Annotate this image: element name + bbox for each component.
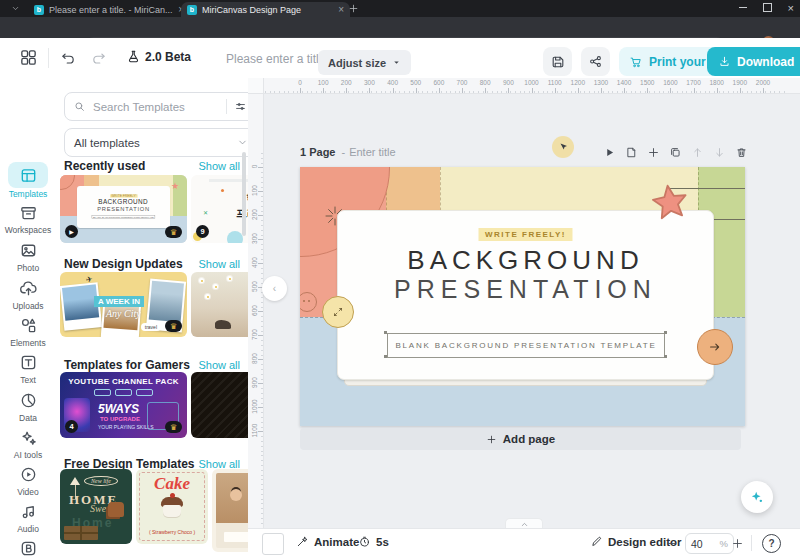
templates-icon bbox=[19, 166, 38, 185]
bottombar-collapse-tab[interactable] bbox=[505, 518, 543, 528]
search-icon bbox=[73, 100, 86, 113]
template-thumbnail-cake[interactable]: Cake ( Strawberry Choco ) bbox=[136, 469, 208, 544]
design-title-input[interactable]: Please enter a title. bbox=[226, 52, 329, 66]
show-all-link[interactable]: Show all bbox=[198, 160, 240, 172]
template-thumbnail-home-sweet-home[interactable]: New life HOME Sweet Home bbox=[60, 469, 132, 544]
template-thumbnail-korean-presentation[interactable]: 학 프레 ✕ 9 bbox=[191, 175, 249, 243]
design-title-line1[interactable]: BACKGROUND bbox=[338, 245, 713, 276]
undo-icon[interactable] bbox=[60, 49, 77, 66]
audio-note-icon bbox=[19, 502, 38, 521]
share-icon bbox=[588, 54, 603, 69]
category-dropdown[interactable]: All templates bbox=[64, 128, 249, 157]
design-tagline[interactable]: WRITE FREELY! bbox=[478, 228, 573, 241]
zoom-level-input[interactable]: 40 % bbox=[685, 533, 734, 554]
workspaces-icon bbox=[19, 203, 38, 222]
add-page-button[interactable]: Add page bbox=[300, 428, 741, 450]
panel-scrollbar[interactable] bbox=[242, 152, 246, 236]
sidebar-item-photo[interactable]: Photo bbox=[0, 238, 56, 273]
zoom-out-button[interactable] bbox=[665, 537, 678, 550]
clock-icon bbox=[358, 535, 371, 548]
design-card[interactable]: WRITE FREELY! BACKGROUND PRESENTATION BL… bbox=[337, 210, 714, 380]
page-title-input[interactable]: Enter title bbox=[349, 146, 395, 158]
sidebar-item-logos[interactable]: Logos bbox=[0, 536, 56, 556]
divider bbox=[751, 535, 752, 551]
sidebar-item-ai-tools[interactable]: AI tools bbox=[0, 425, 56, 460]
chevron-up-icon bbox=[520, 520, 529, 529]
elements-shapes-icon bbox=[19, 316, 38, 335]
page-number-label: 1 Page bbox=[300, 146, 335, 158]
template-thumbnail-friends-photo[interactable] bbox=[212, 469, 249, 552]
sidebar-item-data[interactable]: Data bbox=[0, 388, 56, 423]
design-arrow-circle[interactable] bbox=[697, 329, 733, 365]
design-star-shape[interactable] bbox=[645, 178, 695, 228]
new-page-icon[interactable] bbox=[625, 146, 638, 159]
left-sidebar: Templates Workspaces Photo Uploads Eleme… bbox=[0, 78, 57, 556]
move-page-up-icon[interactable] bbox=[691, 146, 704, 159]
show-all-link[interactable]: Show all bbox=[198, 359, 240, 371]
apps-grid-icon[interactable] bbox=[19, 48, 38, 67]
ai-sparkle-icon bbox=[749, 489, 765, 505]
search-input[interactable]: Search Templates bbox=[64, 92, 249, 121]
design-expand-circle[interactable] bbox=[322, 296, 354, 328]
template-thumbnail-youtube-channel-pack[interactable]: YOUTUBE CHANNEL PACK 5WAYS TO UPGRADE YO… bbox=[60, 372, 187, 438]
template-thumbnail-war-movie[interactable]: The 1st DIEDE The War of D bbox=[191, 372, 249, 438]
sidebar-item-text[interactable]: Text bbox=[0, 350, 56, 385]
redo-icon[interactable] bbox=[90, 49, 107, 66]
move-page-down-icon[interactable] bbox=[713, 146, 726, 159]
window-close-button[interactable]: × bbox=[788, 4, 794, 12]
video-badge-icon: ▶ bbox=[65, 225, 78, 238]
templates-panel: Search Templates All templates Recently … bbox=[56, 78, 249, 556]
sidebar-item-video[interactable]: Video bbox=[0, 462, 56, 497]
save-button[interactable] bbox=[543, 47, 572, 76]
window-minimize-button[interactable] bbox=[739, 7, 747, 9]
browser-tab-active[interactable]: b MiriCanvas Design Page × bbox=[181, 2, 350, 17]
design-page[interactable]: WRITE FREELY! BACKGROUND PRESENTATION BL… bbox=[300, 167, 745, 426]
ai-assistant-button[interactable] bbox=[741, 481, 773, 513]
adjust-size-button[interactable]: Adjust size bbox=[318, 50, 411, 75]
duration-button[interactable]: 5s bbox=[358, 535, 389, 548]
flask-icon bbox=[126, 49, 141, 64]
new-tab-button[interactable] bbox=[348, 3, 359, 14]
save-icon bbox=[550, 54, 566, 70]
sidebar-item-elements[interactable]: Elements bbox=[0, 313, 56, 348]
zoom-in-button[interactable] bbox=[731, 537, 744, 550]
share-button[interactable] bbox=[581, 47, 610, 76]
show-all-link[interactable]: Show all bbox=[198, 258, 240, 270]
design-title-line2[interactable]: PRESENTATION bbox=[338, 275, 713, 304]
template-thumbnail-yoga[interactable]: Top 7 MNeed bbox=[191, 272, 249, 337]
filter-icon[interactable] bbox=[234, 100, 247, 113]
ai-sparkles-icon bbox=[19, 428, 38, 447]
template-thumbnail-background-presentation[interactable]: ★ WRITE FREELY! BACKGROUND PRESENTATION … bbox=[60, 175, 187, 243]
add-page-icon[interactable] bbox=[647, 146, 660, 159]
sidebar-item-audio[interactable]: Audio bbox=[0, 499, 56, 534]
browser-tab-inactive[interactable]: b Please enter a title. - MiriCan... × bbox=[28, 2, 190, 17]
plus-icon bbox=[348, 3, 359, 14]
animate-button[interactable]: Animate bbox=[296, 535, 359, 548]
download-button[interactable]: Download bbox=[707, 55, 800, 69]
plus-icon bbox=[486, 434, 497, 445]
panel-collapse-handle[interactable]: ‹ bbox=[262, 276, 287, 301]
app-toolbar: 2.0 Beta Please enter a title. Adjust si… bbox=[0, 38, 800, 79]
tab-search-button[interactable] bbox=[7, 3, 24, 14]
sidebar-item-workspaces[interactable]: Workspaces bbox=[0, 200, 56, 235]
sidebar-item-uploads[interactable]: Uploads bbox=[0, 276, 56, 311]
tab-close-icon[interactable]: × bbox=[338, 5, 344, 15]
browser-toolbar: miricanvas.com/v2/design ⋮ bbox=[0, 17, 800, 38]
photo-icon bbox=[19, 241, 38, 260]
design-subtitle-frame[interactable]: BLANK BACKGROUND PRESENTATION TEMPLATE bbox=[387, 333, 665, 358]
divider bbox=[226, 99, 227, 114]
template-thumbnail-travel-vlog[interactable]: ✈ A WEEK IN Any City travel ♛ bbox=[60, 272, 187, 337]
delete-page-icon[interactable] bbox=[735, 146, 748, 159]
beta-badge: 2.0 Beta bbox=[126, 49, 191, 64]
ruler-horizontal: 0100200300400500600700800900100011001200… bbox=[248, 78, 800, 94]
window-controls: × bbox=[739, 3, 794, 12]
window-maximize-button[interactable] bbox=[763, 3, 772, 12]
sidebar-item-templates[interactable]: Templates bbox=[0, 162, 56, 199]
screen: b Please enter a title. - MiriCan... × b… bbox=[0, 0, 800, 556]
duplicate-page-icon[interactable] bbox=[669, 146, 682, 159]
play-page-icon[interactable] bbox=[603, 146, 616, 159]
miricanvas-favicon: b bbox=[187, 5, 197, 15]
download-button-group: Download ··· bbox=[707, 47, 800, 76]
page-thumbnail[interactable] bbox=[262, 533, 284, 555]
help-button[interactable]: ? bbox=[762, 534, 781, 553]
